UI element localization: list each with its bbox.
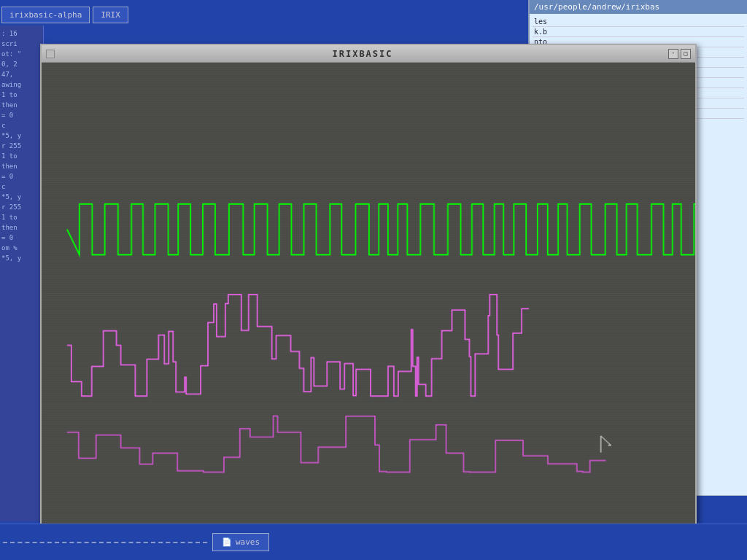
irix-titlebar: IRIXBASIC · □ [42, 45, 695, 63]
code-panel: : 16 scri ot: " 0, 2 47, awing 1 to then… [0, 26, 44, 521]
irix-canvas[interactable]: Drawing waves Click or Press ESC to quit… [42, 63, 695, 524]
code-line-3: 0, 2 [1, 59, 42, 69]
taskbar-tab-irixbasic[interactable]: irixbasic-alpha [1, 7, 90, 23]
file-panel-titlebar: /usr/people/andrew/irixbas [530, 0, 747, 14]
waves-icon: 📄 [222, 537, 232, 547]
window-maximize-button[interactable]: □ [681, 49, 691, 59]
code-line-16: *5, y [1, 192, 42, 202]
code-line-12: 1 to [1, 151, 42, 161]
code-line-10: *5, y [1, 131, 42, 141]
file-item-1[interactable]: k.b [533, 27, 744, 37]
irix-window: IRIXBASIC · □ Drawing waves Click or Pre… [40, 44, 697, 525]
code-line-20: = 0 [1, 233, 42, 243]
window-settings-button[interactable]: · [668, 49, 678, 59]
waves-label: waves [236, 537, 260, 547]
taskbar-bottom: 📄 waves [0, 524, 747, 560]
code-line-5: awing [1, 79, 42, 90]
code-line-18: 1 to [1, 212, 42, 222]
code-line-21: om % [1, 243, 42, 253]
code-line-17: r 255 [1, 202, 42, 212]
code-line-9: c [1, 120, 42, 131]
code-line-4: 47, [1, 69, 42, 79]
code-line-2: ot: " [1, 49, 42, 59]
code-line-19: then [1, 222, 42, 233]
taskbar-tab-irix[interactable]: IRIX [93, 7, 128, 23]
code-line-13: then [1, 161, 42, 171]
code-line-11: r 255 [1, 141, 42, 151]
code-line-7: then [1, 100, 42, 110]
file-item-0[interactable]: les [533, 17, 744, 27]
taskbar-waves-item[interactable]: 📄 waves [212, 533, 269, 551]
minimize-icon[interactable] [46, 50, 55, 58]
taskbar-dashed-separator [3, 542, 207, 543]
code-line-14: = 0 [1, 171, 42, 182]
code-line-15: c [1, 182, 42, 192]
file-panel-path: /usr/people/andrew/irixbas [534, 2, 659, 12]
window-title: IRIXBASIC [59, 49, 666, 59]
code-line-1: scri [1, 39, 42, 49]
code-line-8: = 0 [1, 110, 42, 120]
code-line-0: : 16 [1, 28, 42, 39]
wave-canvas [42, 63, 695, 524]
code-line-22: *5, y [1, 253, 42, 263]
code-line-6: 1 to [1, 90, 42, 100]
